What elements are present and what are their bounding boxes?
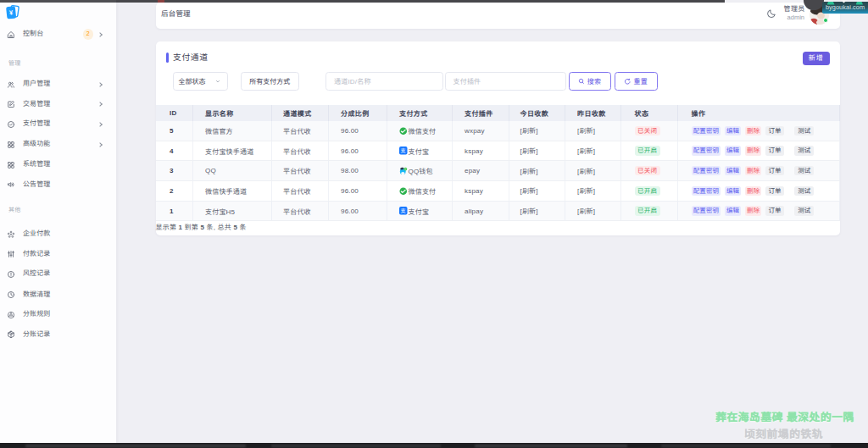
svg-text:支: 支 (401, 207, 406, 215)
svg-text:支: 支 (401, 147, 406, 154)
